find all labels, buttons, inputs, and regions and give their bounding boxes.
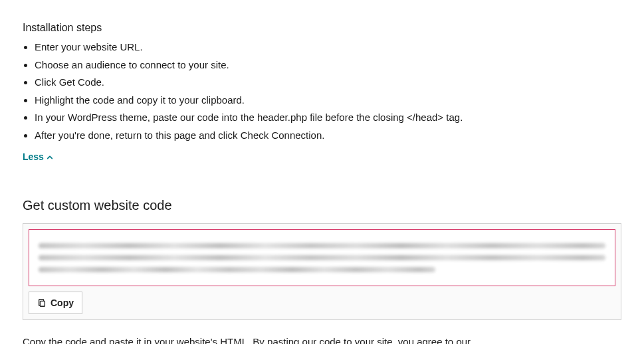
code-blurred-line	[39, 243, 605, 248]
list-item: Highlight the code and copy it to your c…	[35, 93, 621, 108]
get-custom-code-heading: Get custom website code	[23, 195, 621, 215]
installation-steps-list: Enter your website URL. Choose an audien…	[23, 40, 621, 143]
list-item: After you're done, return to this page a…	[35, 128, 621, 143]
list-item: Choose an audience to connect to your si…	[35, 58, 621, 73]
code-snippet-area[interactable]	[29, 229, 615, 286]
less-toggle[interactable]: Less	[23, 150, 53, 164]
list-item: Enter your website URL.	[35, 40, 621, 55]
code-blurred-line	[39, 267, 435, 272]
code-blurred-line	[39, 255, 605, 260]
svg-rect-0	[40, 301, 45, 306]
list-item: Click Get Code.	[35, 75, 621, 90]
copy-icon	[37, 298, 47, 307]
code-box: Copy	[23, 223, 621, 320]
chevron-up-icon	[47, 154, 53, 161]
list-item: In your WordPress theme, paste our code …	[35, 110, 621, 126]
copy-button[interactable]: Copy	[29, 292, 82, 314]
footer-text: Copy the code and paste it in your websi…	[23, 335, 488, 345]
installation-steps-heading: Installation steps	[23, 20, 621, 36]
copy-button-label: Copy	[51, 298, 74, 308]
less-label: Less	[23, 150, 44, 164]
footer-pre: Copy the code and paste it in your websi…	[23, 336, 471, 345]
